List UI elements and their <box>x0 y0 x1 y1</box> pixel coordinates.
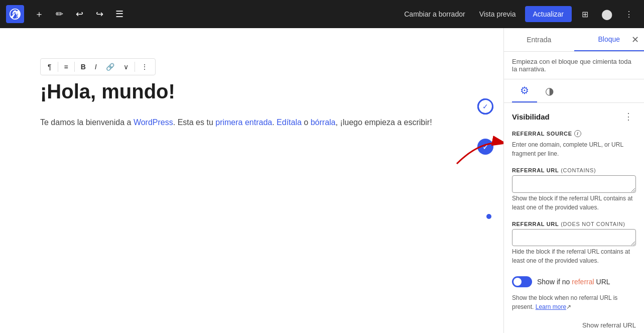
italic-button[interactable]: I <box>91 61 101 73</box>
toolbar-sep-3 <box>135 62 135 72</box>
paragraph-button[interactable]: ¶ <box>44 61 56 73</box>
referral-url-contains-label: REFERRAL URL (CONTAINS) <box>504 163 644 175</box>
options-button[interactable]: ⋮ <box>620 5 638 23</box>
show-if-no-referral-toggle-row: Show if no referral URL <box>504 270 644 293</box>
content-link-primera-entrada[interactable]: primera entrada <box>215 118 272 127</box>
show-if-no-toggle[interactable] <box>512 276 532 287</box>
post-content: Te damos la bienvenida a WordPress. Esta… <box>40 116 463 129</box>
referral-url-not-contains-label: REFERRAL URL (DOES NOT CONTAIN) <box>504 217 644 229</box>
preview-button[interactable]: Vista previa <box>474 7 521 21</box>
referral-source-help: Enter one domain, complete URL, or URL f… <box>504 139 644 163</box>
settings-tab-contrast[interactable]: ◑ <box>537 79 562 102</box>
referral-url-contains-input[interactable] <box>512 175 636 193</box>
tab-entrada[interactable]: Entrada <box>504 28 574 51</box>
redo-button[interactable]: ↪ <box>90 5 108 23</box>
arrow-indicator <box>452 129 503 169</box>
content-link-editala[interactable]: Edítala <box>277 118 302 127</box>
content-link-wordpress[interactable]: WordPress <box>134 118 173 127</box>
sidebar: Entrada Bloque ✕ Empieza con el bloque q… <box>503 28 644 333</box>
editor-area: ¶ ≡ B I 🔗 ∨ ⋮ ¡Hola, mundo! Te damos la … <box>0 28 503 333</box>
update-button[interactable]: Actualizar <box>525 6 572 22</box>
content-link-borrala[interactable]: bórrala <box>311 118 336 127</box>
post-title[interactable]: ¡Hola, mundo! <box>40 79 463 103</box>
block-indicator-1: ✓ <box>477 98 493 115</box>
toolbar-right: Cambiar a borrador Vista previa Actualiz… <box>399 5 638 23</box>
main-layout: ¶ ≡ B I 🔗 ∨ ⋮ ¡Hola, mundo! Te damos la … <box>0 28 644 333</box>
add-block-button[interactable]: ＋ <box>30 5 48 23</box>
toggle-label: Show if no referral URL <box>537 278 610 286</box>
section-menu-button[interactable]: ⋮ <box>621 110 636 123</box>
visibility-section-header: Visibilidad ⋮ <box>504 103 644 126</box>
settings-tab-gear[interactable]: ⚙ <box>512 79 537 102</box>
bold-button[interactable]: B <box>77 61 90 73</box>
plugin-icon-button[interactable]: ⬤ <box>598 5 616 23</box>
referral-url-not-contains-input[interactable] <box>512 229 636 247</box>
referral-url-not-contains-help: Hide the block if the referral URL conta… <box>504 246 644 270</box>
wordpress-logo <box>6 5 24 23</box>
top-toolbar: ＋ ✏ ↩ ↪ ☰ Cambiar a borrador Vista previ… <box>0 0 644 28</box>
show-if-no-help: Show the block when no referral URL is p… <box>504 293 644 317</box>
toolbar-sep-2 <box>74 62 75 72</box>
referral-source-info-icon[interactable]: i <box>574 130 581 137</box>
toolbar-sep-1 <box>58 62 58 72</box>
learn-more-link[interactable]: Learn more <box>536 303 566 310</box>
link-button[interactable]: 🔗 <box>102 61 118 73</box>
align-button[interactable]: ≡ <box>60 61 72 73</box>
show-referral-url-row: Show referral URL <box>504 317 644 333</box>
dropdown-button[interactable]: ∨ <box>119 61 133 73</box>
more-options-button[interactable]: ⋮ <box>137 61 152 73</box>
show-referral-url-label: Show referral URL <box>582 321 636 329</box>
settings-tabs: ⚙ ◑ <box>504 79 644 103</box>
section-title: Visibilidad <box>512 113 550 121</box>
sidebar-tabs: Entrada Bloque ✕ <box>504 28 644 52</box>
draft-button[interactable]: Cambiar a borrador <box>399 7 470 21</box>
tools-button[interactable]: ✏ <box>50 5 68 23</box>
sidebar-description: Empieza con el bloque que cimienta toda … <box>504 52 644 79</box>
undo-button[interactable]: ↩ <box>70 5 88 23</box>
sidebar-close-button[interactable]: ✕ <box>631 34 639 45</box>
block-toolbar: ¶ ≡ B I 🔗 ∨ ⋮ <box>40 58 156 75</box>
referral-source-label: REFERRAL SOURCE i <box>504 126 644 139</box>
block-indicator-3 <box>486 214 491 219</box>
list-view-button[interactable]: ☰ <box>110 5 128 23</box>
sidebar-toggle-button[interactable]: ⊞ <box>576 5 594 23</box>
referral-url-contains-help: Show the block if the referral URL conta… <box>504 193 644 217</box>
